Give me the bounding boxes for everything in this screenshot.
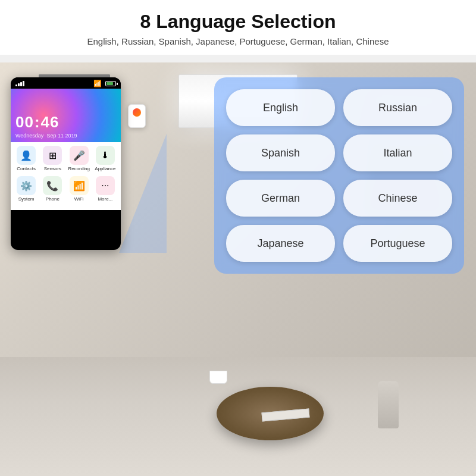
time-display: 00:46 — [15, 113, 60, 131]
right-status: 📶 — [93, 80, 116, 87]
language-button-spanish[interactable]: Spanish — [226, 134, 335, 171]
language-button-chinese[interactable]: Chinese — [343, 180, 452, 217]
date-display: Wednesday Sep 11 2019 — [15, 133, 77, 139]
subtitle-text: English, Russian, Spanish, Japanese, Por… — [12, 36, 464, 46]
app-appliance[interactable]: 🌡 Appliance — [94, 146, 117, 171]
blue-light-effect — [119, 134, 167, 253]
system-label: System — [18, 196, 35, 202]
signal-icon — [15, 81, 24, 86]
more-label: More... — [98, 196, 112, 202]
app-row-2: ⚙️ System 📞 Phone 📶 WiFi ··· More... — [13, 176, 118, 202]
time-hours: 00 — [15, 113, 34, 131]
device-status-bar: 📶 — [11, 77, 121, 89]
appliance-icon: 🌡 — [96, 146, 115, 165]
cup — [209, 371, 227, 384]
wifi-label: WiFi — [74, 196, 84, 202]
alarm-device — [128, 104, 146, 128]
smart-panel: 📶 00:46 Wednesday Sep 11 2019 👤 Contacts… — [11, 77, 121, 250]
contacts-label: Contacts — [17, 166, 36, 171]
system-icon: ⚙️ — [17, 176, 36, 195]
app-contacts[interactable]: 👤 Contacts — [15, 146, 37, 171]
app-wifi[interactable]: 📶 WiFi — [68, 176, 90, 202]
language-button-portuguese[interactable]: Portuguese — [343, 225, 452, 262]
app-row-1: 👤 Contacts ⊞ Sensors 🎤 Recording 🌡 Appli… — [13, 146, 118, 171]
wifi-icon: 📶 — [93, 80, 102, 87]
page-title: 8 Language Selection — [12, 11, 464, 33]
device-display: 00:46 Wednesday Sep 11 2019 — [11, 89, 121, 142]
app-phone[interactable]: 📞 Phone — [41, 176, 64, 202]
app-recording[interactable]: 🎤 Recording — [68, 146, 90, 171]
language-selection-panel: English Russian Spanish Italian German C… — [214, 77, 464, 274]
phone-icon: 📞 — [43, 176, 62, 195]
alarm-light — [133, 108, 141, 117]
recording-icon: 🎤 — [70, 146, 89, 165]
language-button-german[interactable]: German — [226, 180, 335, 217]
vase — [378, 381, 399, 428]
recording-label: Recording — [68, 166, 89, 171]
sensors-label: Sensors — [44, 166, 61, 171]
language-button-english[interactable]: English — [226, 89, 335, 126]
language-button-italian[interactable]: Italian — [343, 134, 452, 171]
more-icon: ··· — [96, 176, 115, 195]
contacts-icon: 👤 — [17, 146, 36, 165]
sensors-icon: ⊞ — [43, 146, 62, 165]
language-button-japanese[interactable]: Japanese — [226, 225, 335, 262]
app-sensors[interactable]: ⊞ Sensors — [41, 146, 64, 171]
appliance-label: Appliance — [95, 166, 115, 171]
wifi-app-icon: 📶 — [70, 176, 89, 195]
header-section: 8 Language Selection English, Russian, S… — [0, 0, 476, 55]
battery-icon — [105, 81, 116, 86]
phone-label: Phone — [46, 196, 60, 202]
app-system[interactable]: ⚙️ System — [15, 176, 37, 202]
app-more[interactable]: ··· More... — [94, 176, 117, 202]
language-button-russian[interactable]: Russian — [343, 89, 452, 126]
time-minutes: 46 — [41, 113, 60, 131]
device-apps: 👤 Contacts ⊞ Sensors 🎤 Recording 🌡 Appli… — [11, 142, 121, 210]
